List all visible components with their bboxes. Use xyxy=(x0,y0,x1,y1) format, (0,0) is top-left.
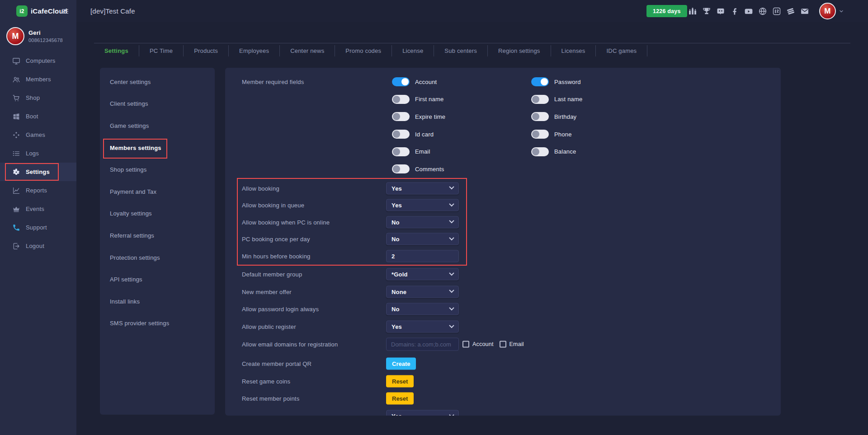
member-settings-rows: Default member group*GoldNew member offe… xyxy=(237,266,775,416)
sidebar-item-label: Support xyxy=(26,224,47,231)
toggle-row-comments: Comments xyxy=(392,160,445,178)
tab-employees[interactable]: Employees xyxy=(229,45,280,56)
input-min-hours-before-booking[interactable]: 2 xyxy=(386,250,459,262)
select-default-member-group[interactable]: *Gold xyxy=(386,268,459,281)
menu-item-api-settings[interactable]: API settings xyxy=(100,268,215,290)
tab-promo-codes[interactable]: Promo codes xyxy=(335,45,392,56)
facebook-icon[interactable] xyxy=(730,7,739,16)
sidebar: M Geri 008612345678 ComputersMembersShop… xyxy=(0,22,76,435)
form-row-label: Default member group xyxy=(242,271,302,278)
menu-item-protection-settings[interactable]: Protection settings xyxy=(100,247,215,269)
toggle-expire-time[interactable] xyxy=(392,112,410,121)
select-allow-public-register[interactable]: Yes xyxy=(386,321,459,333)
sidebar-item-computers[interactable]: Computers xyxy=(0,51,76,70)
gear-icon xyxy=(12,168,20,176)
menu-item-referral-settings[interactable]: Referral settings xyxy=(100,225,215,247)
email-domains-input[interactable] xyxy=(386,337,459,351)
checkbox-email[interactable] xyxy=(500,341,506,347)
toggle-last-name[interactable] xyxy=(531,95,549,104)
sidebar-item-shop[interactable]: Shop xyxy=(0,89,76,107)
reset-button-reset-game-coins[interactable]: Reset xyxy=(386,375,414,387)
menu-item-sms-provider-settings[interactable]: SMS provider settings xyxy=(100,313,215,335)
toggle-row-id-card: Id card xyxy=(392,126,445,143)
sidebar-item-support[interactable]: Support xyxy=(0,218,76,237)
select-allow-booking-when-pc-is-online[interactable]: No xyxy=(386,216,459,228)
sidebar-item-label: Settings xyxy=(26,168,50,175)
menu-item-members-settings[interactable]: Members settings xyxy=(100,137,215,159)
select-allow-password-login-always[interactable]: No xyxy=(386,303,459,315)
chart-icon xyxy=(12,187,20,195)
menu-item-shop-settings[interactable]: Shop settings xyxy=(100,159,215,181)
toggle-password[interactable] xyxy=(531,77,549,86)
form-row-label: Allow booking when PC is online xyxy=(242,219,330,225)
menu-item-label: Members settings xyxy=(110,145,161,151)
reset-button-reset-member-points[interactable]: Reset xyxy=(386,393,414,405)
globe-icon[interactable] xyxy=(758,7,767,16)
sidebar-item-games[interactable]: Games xyxy=(0,126,76,144)
select-partial[interactable]: Yes xyxy=(386,410,459,416)
form-row-allow-password-login-always: Allow password login alwaysNo xyxy=(237,300,775,318)
toggle-balance[interactable] xyxy=(531,147,549,156)
layers-icon[interactable] xyxy=(786,7,795,16)
select-pc-booking-once-per-day[interactable]: No xyxy=(386,233,459,245)
tab-pc-time[interactable]: PC Time xyxy=(139,45,184,56)
chevron-down-icon xyxy=(449,288,454,293)
toggle-id-card[interactable] xyxy=(392,130,410,139)
form-row-control: AccountEmail xyxy=(386,337,526,351)
icafecloud-icon[interactable] xyxy=(772,7,781,16)
sidebar-item-logout[interactable]: Logout xyxy=(0,237,76,255)
toggle-comments[interactable] xyxy=(392,164,410,173)
sidebar-item-boot[interactable]: Boot xyxy=(0,107,76,126)
select-allow-booking[interactable]: Yes xyxy=(386,182,459,194)
tab-sub-centers[interactable]: Sub centers xyxy=(434,45,488,56)
checkbox-account[interactable] xyxy=(462,341,469,347)
menu-item-payment-and-tax[interactable]: Payment and Tax xyxy=(100,181,215,203)
tab-settings[interactable]: Settings xyxy=(94,45,139,56)
toggle-email[interactable] xyxy=(392,147,410,156)
menu-toggle-button[interactable] xyxy=(61,7,69,15)
user-avatar[interactable]: M xyxy=(819,3,836,19)
sidebar-item-settings[interactable]: Settings xyxy=(0,163,76,181)
sidebar-nav: ComputersMembersShopBootGamesLogsSetting… xyxy=(0,51,76,255)
youtube-icon[interactable] xyxy=(744,7,753,16)
profile-name: Geri xyxy=(28,29,63,36)
profile-avatar: M xyxy=(6,27,24,45)
toggle-knob xyxy=(532,148,539,155)
sidebar-item-label: Members xyxy=(26,76,51,83)
menu-item-client-settings[interactable]: Client settings xyxy=(100,93,215,115)
sidebar-item-members[interactable]: Members xyxy=(0,70,76,89)
toggle-phone[interactable] xyxy=(531,130,549,139)
sidebar-item-logs[interactable]: Logs xyxy=(0,144,76,163)
toggle-knob xyxy=(393,165,400,173)
leaderboard-icon[interactable] xyxy=(688,7,697,16)
select-allow-booking-in-queue[interactable]: Yes xyxy=(386,199,459,211)
toggle-first-name[interactable] xyxy=(392,95,410,104)
toggle-account[interactable] xyxy=(392,77,410,86)
mail-icon[interactable] xyxy=(800,7,809,16)
discord-icon[interactable] xyxy=(716,7,725,16)
menu-item-center-settings[interactable]: Center settings xyxy=(100,71,215,93)
menu-item-label: Center settings xyxy=(110,79,151,85)
sidebar-item-label: Events xyxy=(26,206,44,212)
select-new-member-offer[interactable]: None xyxy=(386,285,459,298)
trophy-icon[interactable] xyxy=(702,7,711,16)
tab-center-news[interactable]: Center news xyxy=(280,45,335,56)
users-icon xyxy=(12,75,20,84)
sidebar-item-label: Boot xyxy=(26,113,38,120)
form-row-reset-member-points: Reset member pointsReset xyxy=(237,390,775,407)
tab-licenses[interactable]: Licenses xyxy=(551,45,596,56)
license-days-badge[interactable]: 1226 days xyxy=(646,5,687,17)
menu-item-loyalty-settings[interactable]: Loyalty settings xyxy=(100,203,215,225)
sidebar-item-events[interactable]: Events xyxy=(0,200,76,218)
toggle-birthday[interactable] xyxy=(531,112,549,121)
menu-item-label: SMS provider settings xyxy=(110,320,169,327)
chevron-down-icon[interactable] xyxy=(839,9,844,14)
create-button-create-member-portal-qr[interactable]: Create xyxy=(386,358,416,370)
tab-products[interactable]: Products xyxy=(184,45,229,56)
menu-item-install-links[interactable]: Install links xyxy=(100,290,215,313)
tab-region-settings[interactable]: Region settings xyxy=(488,45,551,56)
menu-item-game-settings[interactable]: Game settings xyxy=(100,115,215,137)
tab-license[interactable]: License xyxy=(392,45,434,56)
tab-idc-games[interactable]: IDC games xyxy=(596,45,647,56)
sidebar-item-reports[interactable]: Reports xyxy=(0,181,76,200)
